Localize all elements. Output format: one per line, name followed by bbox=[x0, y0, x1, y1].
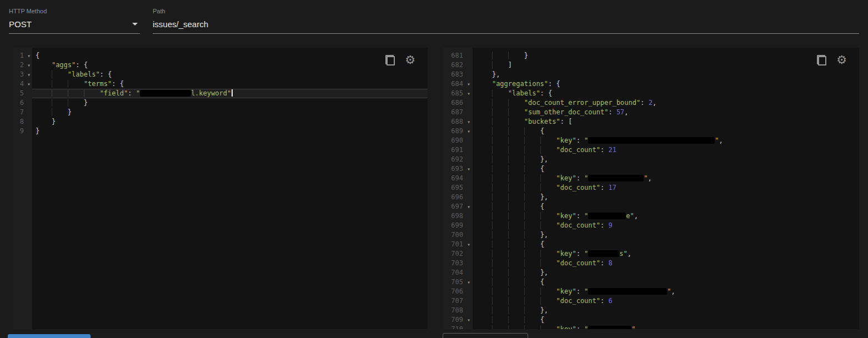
code-line: 702 "key": "s", bbox=[443, 249, 859, 259]
line-number: 684 bbox=[443, 79, 465, 89]
line-number: 695 bbox=[443, 183, 465, 193]
code-line: 704 }, bbox=[443, 268, 859, 278]
line-number: 7 bbox=[13, 108, 26, 117]
editor-toolbar: ⚙ bbox=[816, 55, 847, 65]
http-method-select[interactable]: HTTP Method POST bbox=[9, 8, 140, 34]
code-text: "key": "", bbox=[473, 174, 859, 183]
redacted-text bbox=[588, 213, 626, 219]
gutter-spacer bbox=[465, 174, 473, 183]
code-line: 2▾ "aggs": { bbox=[13, 60, 428, 70]
code-text: { bbox=[473, 278, 859, 287]
fold-toggle-icon[interactable]: ▾ bbox=[465, 278, 473, 287]
code-text: { bbox=[473, 315, 859, 325]
code-text: "labels": { bbox=[32, 70, 428, 79]
code-line: 1▾{ bbox=[13, 51, 428, 60]
code-line: 683 }, bbox=[443, 70, 859, 79]
fold-toggle-icon[interactable]: ▾ bbox=[465, 202, 473, 211]
gutter-spacer bbox=[465, 108, 473, 117]
response-code-lines: 681 }682 ]683 },684▾ "aggregations": {68… bbox=[443, 51, 859, 329]
fold-toggle-icon[interactable]: ▾ bbox=[26, 70, 32, 79]
code-line: 687 "sum_other_doc_count": 57, bbox=[443, 108, 859, 117]
line-number: 1 bbox=[13, 51, 26, 60]
gutter-spacer bbox=[465, 230, 473, 240]
download-json-button[interactable]: DOWNLOAD AS JSON bbox=[443, 333, 528, 338]
path-input[interactable]: Path issues/_search bbox=[153, 8, 859, 34]
code-line: 686 "doc_count_error_upper_bound": 2, bbox=[443, 98, 859, 108]
line-number: 700 bbox=[443, 230, 465, 240]
copy-icon[interactable] bbox=[385, 55, 395, 65]
line-number: 692 bbox=[443, 155, 465, 164]
fold-toggle-icon[interactable]: ▾ bbox=[465, 127, 473, 136]
line-number: 706 bbox=[443, 287, 465, 296]
line-number: 702 bbox=[443, 249, 465, 259]
copy-icon[interactable] bbox=[816, 55, 827, 65]
http-method-label: HTTP Method bbox=[9, 8, 140, 14]
gutter-spacer bbox=[465, 145, 473, 155]
code-line: 707 "doc_count": 6 bbox=[443, 296, 859, 306]
gutter-spacer bbox=[26, 89, 32, 98]
gutter-spacer bbox=[465, 296, 473, 306]
gutter-spacer bbox=[26, 98, 32, 108]
code-line: 690 "key": "", bbox=[443, 136, 859, 145]
gutter-spacer bbox=[26, 127, 32, 136]
fold-toggle-icon[interactable]: ▾ bbox=[465, 79, 473, 89]
fold-toggle-icon[interactable]: ▾ bbox=[26, 79, 32, 89]
fold-toggle-icon[interactable]: ▾ bbox=[465, 315, 473, 325]
line-number: 701 bbox=[443, 240, 465, 249]
code-text: "key": "e", bbox=[473, 211, 859, 221]
code-line: 706 "key": "", bbox=[443, 287, 859, 296]
code-text: "key": "", bbox=[473, 136, 859, 145]
submit-request-button[interactable] bbox=[8, 334, 91, 338]
code-text: } bbox=[32, 98, 428, 108]
fold-toggle-icon[interactable]: ▾ bbox=[465, 240, 473, 249]
line-number: 705 bbox=[443, 278, 465, 287]
code-text: "doc_count": 17 bbox=[473, 183, 859, 193]
fold-toggle-icon[interactable]: ▾ bbox=[465, 89, 473, 98]
code-line: 701▾ { bbox=[443, 240, 859, 249]
gutter-spacer bbox=[465, 259, 473, 268]
line-number: 709 bbox=[443, 315, 465, 325]
code-line: 689▾ { bbox=[443, 127, 859, 136]
request-body-editor[interactable]: 1▾{2▾ "aggs": {3▾ "labels": {4▾ "terms":… bbox=[13, 48, 428, 329]
line-number: 3 bbox=[13, 70, 26, 79]
http-method-value: POST bbox=[9, 19, 32, 29]
code-line: 692 }, bbox=[443, 155, 859, 164]
code-line: 703 "doc_count": 8 bbox=[443, 259, 859, 268]
fold-toggle-icon[interactable]: ▾ bbox=[26, 60, 32, 70]
line-number: 9 bbox=[13, 127, 26, 136]
editor-toolbar: ⚙ bbox=[385, 55, 415, 65]
code-line: 4▾ "terms": { bbox=[13, 79, 428, 89]
line-number: 686 bbox=[443, 98, 465, 108]
redacted-text bbox=[588, 175, 644, 181]
redacted-text bbox=[588, 326, 631, 329]
fold-toggle-icon[interactable]: ▾ bbox=[465, 164, 473, 174]
code-line: 696 }, bbox=[443, 193, 859, 202]
gutter-spacer bbox=[465, 70, 473, 79]
line-number: 690 bbox=[443, 136, 465, 145]
response-viewer-editor[interactable]: 681 }682 ]683 },684▾ "aggregations": {68… bbox=[443, 48, 859, 329]
gutter-spacer bbox=[465, 221, 473, 230]
code-line: 695 "doc_count": 17 bbox=[443, 183, 859, 193]
line-number: 8 bbox=[13, 117, 26, 127]
gutter-spacer bbox=[465, 325, 473, 329]
code-text: } bbox=[32, 127, 428, 136]
code-line: 688▾ "buckets": [ bbox=[443, 117, 859, 127]
code-text: "doc_count": 8 bbox=[473, 259, 859, 268]
code-line: 682 ] bbox=[443, 60, 859, 70]
gutter-spacer bbox=[465, 306, 473, 315]
code-line: 697▾ { bbox=[443, 202, 859, 211]
code-line: 8 } bbox=[13, 117, 428, 127]
code-text: "key": "s", bbox=[473, 249, 859, 259]
fold-toggle-icon[interactable]: ▾ bbox=[26, 51, 32, 60]
code-text: "doc_count": 6 bbox=[473, 296, 859, 306]
code-text: }, bbox=[473, 268, 859, 278]
code-line: 700 }, bbox=[443, 230, 859, 240]
fold-toggle-icon[interactable]: ▾ bbox=[465, 117, 473, 127]
settings-gear-icon[interactable]: ⚙ bbox=[405, 55, 415, 65]
code-line: 691 "doc_count": 21 bbox=[443, 145, 859, 155]
line-number: 691 bbox=[443, 145, 465, 155]
code-line: 5 "field": "l.keyword" bbox=[13, 89, 428, 98]
line-number: 2 bbox=[13, 60, 26, 70]
redacted-text bbox=[588, 250, 619, 257]
settings-gear-icon[interactable]: ⚙ bbox=[836, 55, 847, 65]
